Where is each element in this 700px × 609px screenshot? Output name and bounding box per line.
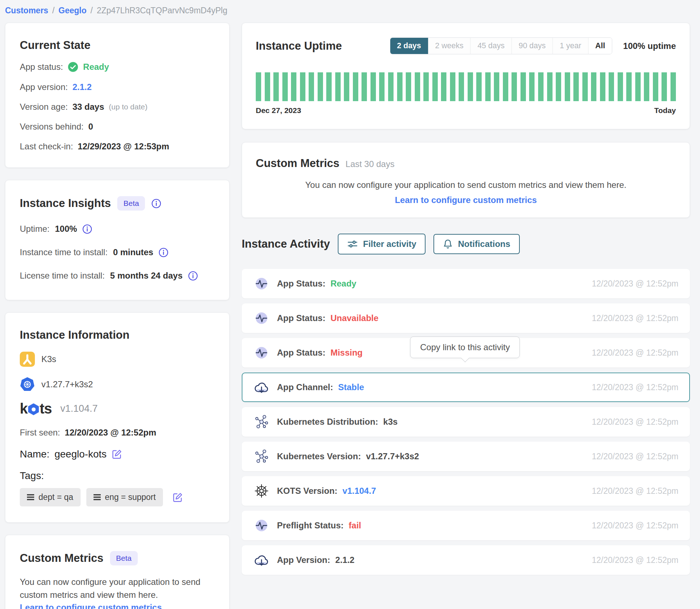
custom-metrics-right-subtitle: Last 30 days bbox=[346, 159, 395, 169]
uptime-bar bbox=[582, 72, 588, 101]
uptime-bar bbox=[423, 72, 429, 101]
uptime-bar bbox=[573, 72, 579, 101]
info-icon[interactable] bbox=[151, 199, 161, 208]
uptime-bar bbox=[265, 72, 270, 101]
uptime-bar bbox=[503, 72, 508, 101]
info-icon[interactable] bbox=[82, 224, 92, 234]
uptime-start-date: Dec 27, 2023 bbox=[256, 106, 301, 115]
app-version-label: App version: bbox=[20, 82, 68, 92]
activity-label: App Status: bbox=[277, 348, 326, 358]
kots-logo-k: k bbox=[20, 401, 27, 417]
instance-name-value: geeglo-kots bbox=[54, 448, 106, 460]
uptime-range-group: 2 days2 weeks45 days90 days1 yearAll bbox=[390, 37, 613, 54]
kots-version-row: kts v1.104.7 bbox=[20, 401, 215, 417]
edit-icon[interactable] bbox=[112, 449, 122, 460]
pulse-icon bbox=[253, 310, 270, 326]
uptime-bar bbox=[406, 72, 411, 101]
instance-activity-header: Instance Activity Filter activity Notifi… bbox=[242, 234, 690, 254]
version-age-value: 33 days bbox=[72, 102, 104, 112]
kubernetes-version-row: v1.27.7+k3s2 bbox=[20, 377, 215, 392]
uptime-range-45-days[interactable]: 45 days bbox=[470, 38, 511, 54]
uptime-bar bbox=[309, 72, 314, 101]
instance-activity-title: Instance Activity bbox=[242, 238, 330, 251]
breadcrumb-separator: / bbox=[52, 6, 54, 15]
notifications-label: Notifications bbox=[458, 239, 510, 249]
last-checkin-label: Last check-in: bbox=[20, 141, 73, 152]
edit-tags-icon[interactable] bbox=[172, 492, 183, 503]
uptime-bar bbox=[256, 72, 261, 101]
filter-activity-button[interactable]: Filter activity bbox=[338, 234, 426, 254]
beta-badge: Beta bbox=[117, 196, 145, 211]
breadcrumb-link[interactable]: Geeglo bbox=[59, 6, 87, 15]
tag-chip: dept = qa bbox=[20, 488, 81, 506]
uptime-bar bbox=[618, 72, 623, 101]
app-status-row: App status: Ready bbox=[20, 62, 215, 72]
uptime-bar bbox=[362, 72, 367, 101]
kubernetes-icon bbox=[20, 377, 35, 392]
activity-row[interactable]: App Status:Ready12/20/2023 @ 12:52pm bbox=[242, 269, 690, 298]
uptime-bar bbox=[591, 72, 596, 101]
configure-metrics-link[interactable]: Learn to configure custom metrics bbox=[20, 603, 215, 609]
uptime-range-1-year[interactable]: 1 year bbox=[553, 38, 588, 54]
uptime-bar bbox=[344, 72, 349, 101]
uptime-bar bbox=[653, 72, 658, 101]
kots-logo: kts bbox=[20, 401, 52, 417]
info-icon[interactable] bbox=[159, 248, 168, 257]
breadcrumb-link[interactable]: Customers bbox=[5, 6, 48, 15]
uptime-range-2-days[interactable]: 2 days bbox=[390, 38, 428, 54]
activity-row[interactable]: App Status:Unavailable12/20/2023 @ 12:52… bbox=[242, 303, 690, 333]
activity-timestamp: 12/20/2023 @ 12:52pm bbox=[592, 452, 678, 461]
activity-row[interactable]: Preflight Status:fail12/20/2023 @ 12:52p… bbox=[242, 511, 690, 540]
info-icon[interactable] bbox=[188, 271, 198, 281]
notifications-button[interactable]: Notifications bbox=[433, 234, 519, 254]
uptime-bar bbox=[273, 72, 279, 101]
sliders-icon bbox=[347, 239, 358, 249]
uptime-bar bbox=[671, 72, 676, 101]
custom-metrics-left-body: You can now configure your application t… bbox=[20, 576, 215, 601]
instance-information-card: Instance Information K3s v1.27.7+k3s2 kt… bbox=[5, 312, 229, 523]
activity-value: fail bbox=[349, 520, 361, 531]
pulse-icon bbox=[253, 276, 270, 292]
uptime-bar bbox=[415, 72, 420, 101]
filter-activity-label: Filter activity bbox=[363, 239, 416, 249]
uptime-bar bbox=[353, 72, 358, 101]
distribution-row: K3s bbox=[20, 352, 215, 367]
kubernetes-nodes-icon bbox=[253, 448, 270, 464]
activity-timestamp: 12/20/2023 @ 12:52pm bbox=[592, 279, 678, 289]
activity-value: Missing bbox=[331, 348, 363, 358]
current-state-title: Current State bbox=[20, 39, 215, 52]
activity-row[interactable]: KOTS Version:v1.104.712/20/2023 @ 12:52p… bbox=[242, 476, 690, 506]
copy-link-tooltip-text: Copy link to this activity bbox=[420, 342, 510, 352]
activity-row[interactable]: App Channel:Stable12/20/2023 @ 12:52pm bbox=[242, 373, 690, 402]
tags-row: dept = qaeng = support bbox=[20, 488, 215, 506]
app-status-label: App status: bbox=[20, 62, 63, 72]
uptime-bar bbox=[556, 72, 561, 101]
uptime-range-all[interactable]: All bbox=[588, 38, 612, 54]
activity-row[interactable]: Kubernetes Distribution:k3s12/20/2023 @ … bbox=[242, 407, 690, 437]
insight-value: 100% bbox=[55, 224, 77, 234]
helm-wheel-icon bbox=[253, 483, 270, 499]
breadcrumb: Customers/Geeglo/2Zp47LhR3CqTQParvNc9mD4… bbox=[0, 0, 700, 15]
instance-information-title: Instance Information bbox=[20, 329, 215, 342]
uptime-range-90-days[interactable]: 90 days bbox=[512, 38, 553, 54]
uptime-range-2-weeks[interactable]: 2 weeks bbox=[428, 38, 471, 54]
activity-row[interactable]: Kubernetes Version:v1.27.7+k3s212/20/202… bbox=[242, 442, 690, 471]
custom-metrics-card-left: Custom Metrics Beta You can now configur… bbox=[5, 535, 229, 609]
activity-label: Preflight Status: bbox=[277, 520, 344, 531]
uptime-bar bbox=[335, 72, 341, 101]
instance-uptime-title: Instance Uptime bbox=[256, 40, 342, 53]
activity-value: v1.104.7 bbox=[342, 486, 376, 496]
uptime-bar bbox=[529, 72, 535, 101]
activity-row[interactable]: App Version:2.1.212/20/2023 @ 12:52pm bbox=[242, 545, 690, 575]
activity-timestamp: 12/20/2023 @ 12:52pm bbox=[592, 383, 678, 392]
instance-name-label: Name: bbox=[20, 448, 49, 460]
first-seen-label: First seen: bbox=[20, 428, 60, 438]
custom-metrics-right-body: You can now configure your application t… bbox=[256, 180, 676, 190]
activity-value: v1.27.7+k3s2 bbox=[366, 451, 419, 461]
breadcrumb-separator: / bbox=[91, 6, 93, 15]
app-version-link[interactable]: 2.1.2 bbox=[72, 82, 91, 92]
uptime-bar bbox=[388, 72, 394, 101]
configure-metrics-link[interactable]: Learn to configure custom metrics bbox=[256, 195, 676, 205]
instance-uptime-card: Instance Uptime 2 days2 weeks45 days90 d… bbox=[242, 23, 690, 129]
activity-timestamp: 12/20/2023 @ 12:52pm bbox=[592, 313, 678, 323]
